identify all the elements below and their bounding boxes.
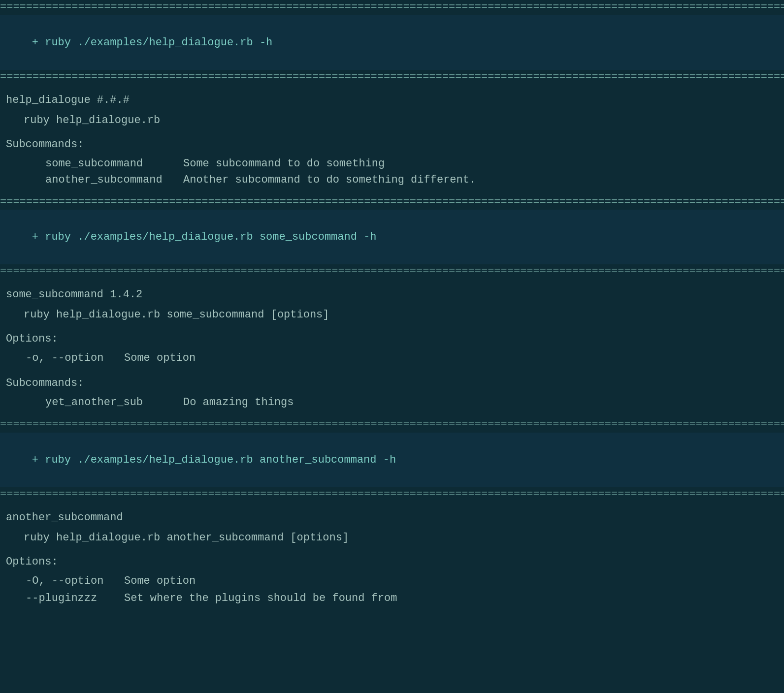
section-1-title: help_dialogue #.#.# bbox=[6, 92, 778, 108]
option-row-3-1: --pluginzzz Set where the plugins should… bbox=[6, 590, 778, 606]
section-2-options-label: Options: bbox=[6, 331, 778, 347]
subcommand-desc-2-0: Do amazing things bbox=[183, 394, 294, 410]
section-2-usage: ruby help_dialogue.rb some_subcommand [o… bbox=[6, 307, 778, 323]
option-name-2-0: -o, --option bbox=[26, 350, 124, 366]
section-3-title: another_subcommand bbox=[6, 509, 778, 526]
section-3-options-label: Options: bbox=[6, 554, 778, 570]
subcommand-name-1: another_subcommand bbox=[45, 172, 183, 188]
separator-bottom-2: ========================================… bbox=[0, 264, 784, 280]
option-name-3-1: --pluginzzz bbox=[26, 590, 124, 606]
command-line-3: + ruby ./examples/help_dialogue.rb anoth… bbox=[0, 433, 784, 487]
command-text-2: + ruby ./examples/help_dialogue.rb some_… bbox=[32, 231, 377, 243]
section-1: help_dialogue #.#.# ruby help_dialogue.r… bbox=[0, 85, 784, 195]
option-desc-2-0: Some option bbox=[124, 350, 196, 366]
option-row-2-0: -o, --option Some option bbox=[6, 350, 778, 366]
subcommand-desc-1: Another subcommand to do something diffe… bbox=[183, 172, 476, 188]
subcommand-name-0: some_subcommand bbox=[45, 156, 183, 172]
command-text-1: + ruby ./examples/help_dialogue.rb -h bbox=[32, 36, 272, 49]
section-2-title: some_subcommand 1.4.2 bbox=[6, 286, 778, 303]
separator-top-1: ========================================… bbox=[0, 0, 784, 15]
terminal: ========================================… bbox=[0, 0, 784, 693]
option-desc-3-1: Set where the plugins should be found fr… bbox=[124, 590, 397, 606]
separator-bottom-3: ========================================… bbox=[0, 487, 784, 503]
section-2: some_subcommand 1.4.2 ruby help_dialogue… bbox=[0, 280, 784, 417]
option-row-3-0: -O, --option Some option bbox=[6, 573, 778, 589]
section-3: another_subcommand ruby help_dialogue.rb… bbox=[0, 503, 784, 614]
separator-top-2: ========================================… bbox=[0, 195, 784, 210]
option-desc-3-0: Some option bbox=[124, 573, 196, 589]
command-line-1: + ruby ./examples/help_dialogue.rb -h bbox=[0, 15, 784, 70]
subcommand-row-1: another_subcommand Another subcommand to… bbox=[6, 172, 778, 188]
subcommand-row-2-0: yet_another_sub Do amazing things bbox=[6, 394, 778, 410]
subcommand-row-0: some_subcommand Some subcommand to do so… bbox=[6, 156, 778, 172]
separator-top-3: ========================================… bbox=[0, 417, 784, 433]
subcommand-name-2-0: yet_another_sub bbox=[45, 394, 183, 410]
command-text-3: + ruby ./examples/help_dialogue.rb anoth… bbox=[32, 454, 396, 466]
section-1-subcommands-label: Subcommands: bbox=[6, 136, 778, 153]
section-3-usage: ruby help_dialogue.rb another_subcommand… bbox=[6, 530, 778, 546]
section-1-usage: ruby help_dialogue.rb bbox=[6, 112, 778, 128]
command-line-2: + ruby ./examples/help_dialogue.rb some_… bbox=[0, 210, 784, 264]
separator-bottom-1: ========================================… bbox=[0, 70, 784, 85]
option-name-3-0: -O, --option bbox=[26, 573, 124, 589]
section-2-subcommands-label: Subcommands: bbox=[6, 375, 778, 391]
subcommand-desc-0: Some subcommand to do something bbox=[183, 156, 385, 172]
